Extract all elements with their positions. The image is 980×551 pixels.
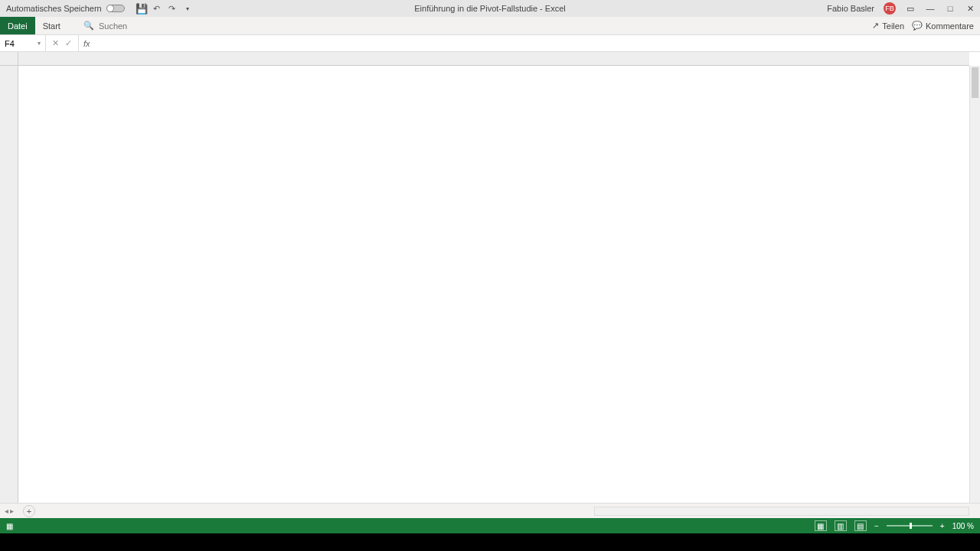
comments-label: Kommentare xyxy=(926,21,974,31)
status-ready-icon: ▦ xyxy=(6,522,13,530)
share-icon: ↗ xyxy=(872,21,879,31)
cells-area[interactable] xyxy=(18,66,969,503)
comments-button[interactable]: 💬 Kommentare xyxy=(912,21,974,31)
share-label: Teilen xyxy=(882,21,904,31)
minimize-icon[interactable]: — xyxy=(925,3,936,14)
sheet-nav-next-icon[interactable]: ▸ xyxy=(10,507,14,515)
accept-formula-icon[interactable]: ✓ xyxy=(65,38,72,48)
tab-start[interactable]: Start xyxy=(35,17,68,34)
row-headers xyxy=(0,66,18,503)
autosave-toggle[interactable]: Automatisches Speichern xyxy=(0,4,131,13)
tab-file[interactable]: Datei xyxy=(0,17,35,34)
close-icon[interactable]: ✕ xyxy=(965,3,975,14)
autosave-label: Automatisches Speichern xyxy=(6,4,102,13)
name-box-value: F4 xyxy=(5,39,15,48)
name-box[interactable]: F4 xyxy=(0,35,46,51)
ribbon-display-icon[interactable]: ▭ xyxy=(905,3,916,14)
horizontal-scrollbar[interactable] xyxy=(594,507,969,516)
sheet-nav-prev-icon[interactable]: ◂ xyxy=(5,507,8,515)
ribbon-tabs: Datei Start 🔍 ↗ Teilen 💬 Kommentare xyxy=(0,17,980,35)
qat-dropdown-icon[interactable]: ▾ xyxy=(183,4,192,13)
title-bar: Automatisches Speichern 💾 ↶ ↷ ▾ Einführu… xyxy=(0,0,980,17)
select-all-corner[interactable] xyxy=(0,52,18,66)
share-button[interactable]: ↗ Teilen xyxy=(872,21,904,31)
undo-icon[interactable]: ↶ xyxy=(152,4,162,13)
redo-icon[interactable]: ↷ xyxy=(168,4,177,13)
maximize-icon[interactable]: □ xyxy=(945,3,956,14)
user-avatar[interactable]: FB xyxy=(884,2,896,15)
cancel-formula-icon[interactable]: ✕ xyxy=(52,38,59,48)
quick-access-toolbar: 💾 ↶ ↷ ▾ xyxy=(137,4,192,13)
status-bar: ▦ ▦ ▥ ▤ − + 100 % xyxy=(0,518,980,533)
comment-icon: 💬 xyxy=(912,21,923,31)
sheet-tabs-bar: ◂ ▸ + xyxy=(0,503,980,518)
search-input[interactable] xyxy=(99,21,175,31)
document-title: Einführung in die Pivot-Fallstudie - Exc… xyxy=(414,4,565,13)
page-layout-view-icon[interactable]: ▥ xyxy=(835,520,847,531)
formula-bar: F4 ✕ ✓ fx xyxy=(0,35,980,52)
zoom-out-icon[interactable]: − xyxy=(874,522,879,530)
normal-view-icon[interactable]: ▦ xyxy=(815,520,827,531)
save-icon[interactable]: 💾 xyxy=(137,4,146,13)
vertical-scrollbar[interactable] xyxy=(969,66,980,503)
search-box[interactable]: 🔍 xyxy=(83,21,175,31)
search-icon: 🔍 xyxy=(83,21,94,31)
add-sheet-button[interactable]: + xyxy=(23,505,35,517)
spreadsheet-grid[interactable] xyxy=(0,52,980,503)
zoom-value[interactable]: 100 % xyxy=(952,522,974,530)
zoom-slider[interactable] xyxy=(887,525,933,527)
fx-label[interactable]: fx xyxy=(79,39,95,48)
column-headers xyxy=(18,52,969,66)
zoom-in-icon[interactable]: + xyxy=(940,522,945,530)
user-name[interactable]: Fabio Basler xyxy=(827,4,874,13)
page-break-view-icon[interactable]: ▤ xyxy=(854,520,867,531)
toggle-switch-icon[interactable] xyxy=(106,5,125,12)
